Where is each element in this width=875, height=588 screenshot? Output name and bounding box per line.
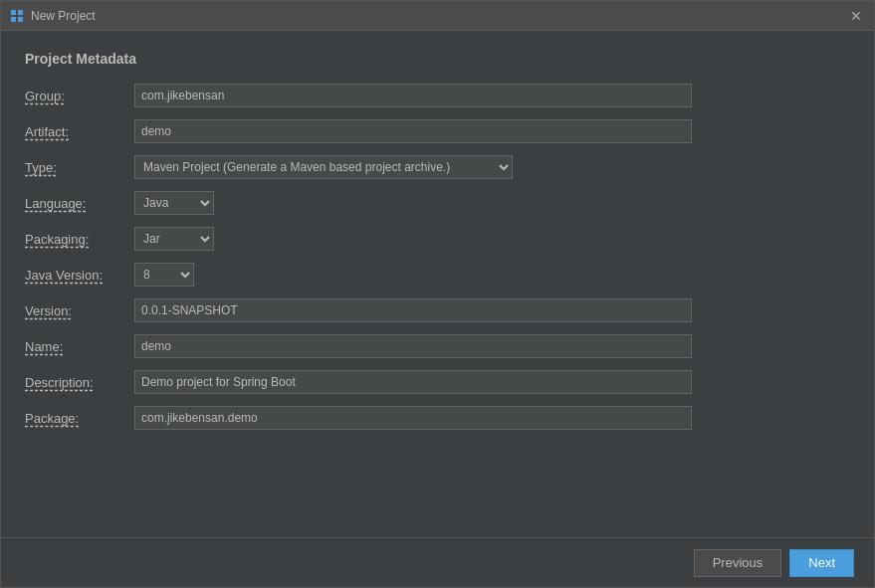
- packaging-select[interactable]: Jar War: [134, 227, 214, 251]
- group-row: Group:: [25, 83, 850, 108]
- packaging-label: Packaging:: [25, 232, 134, 247]
- package-label: Package:: [25, 411, 134, 426]
- name-label: Name:: [25, 339, 134, 354]
- svg-rect-3: [18, 17, 23, 22]
- language-select[interactable]: Java Kotlin Groovy: [134, 191, 214, 215]
- section-title: Project Metadata: [25, 51, 850, 67]
- svg-rect-1: [18, 10, 23, 15]
- name-row: Name:: [25, 333, 850, 359]
- java-version-label: Java Version:: [25, 268, 134, 283]
- name-input[interactable]: [134, 334, 692, 358]
- version-input[interactable]: [134, 298, 692, 322]
- svg-rect-0: [11, 10, 16, 15]
- package-row: Package:: [25, 405, 850, 431]
- description-label: Description:: [25, 375, 134, 390]
- next-button[interactable]: Next: [789, 549, 854, 577]
- description-input[interactable]: [134, 370, 692, 394]
- packaging-row: Packaging: Jar War: [25, 226, 850, 252]
- java-version-row: Java Version: 8 11 17: [25, 262, 850, 288]
- package-input[interactable]: [134, 406, 692, 430]
- window-icon: [9, 8, 25, 24]
- close-button[interactable]: ✕: [846, 6, 866, 26]
- language-row: Language: Java Kotlin Groovy: [25, 190, 850, 216]
- group-label: Group:: [25, 89, 134, 103]
- version-label: Version:: [25, 303, 134, 318]
- artifact-label: Artifact:: [25, 124, 134, 139]
- artifact-input[interactable]: [134, 119, 692, 143]
- title-bar: New Project ✕: [1, 1, 874, 31]
- description-row: Description:: [25, 369, 850, 395]
- form-area: Group: Artifact: Type: Maven Project (Ge…: [25, 83, 850, 517]
- group-input[interactable]: [134, 84, 692, 107]
- language-label: Language:: [25, 196, 134, 211]
- type-row: Type: Maven Project (Generate a Maven ba…: [25, 154, 850, 180]
- new-project-window: New Project ✕ Project Metadata Group: Ar…: [0, 0, 875, 588]
- artifact-row: Artifact:: [25, 118, 850, 144]
- type-select[interactable]: Maven Project (Generate a Maven based pr…: [134, 155, 513, 179]
- window-title: New Project: [31, 9, 846, 23]
- type-dropdown-wrapper: Maven Project (Generate a Maven based pr…: [134, 155, 513, 179]
- svg-rect-2: [11, 17, 16, 22]
- type-label: Type:: [25, 160, 134, 175]
- java-version-select[interactable]: 8 11 17: [134, 263, 194, 287]
- main-content: Project Metadata Group: Artifact: Type: …: [1, 31, 874, 537]
- previous-button[interactable]: Previous: [694, 549, 782, 577]
- footer: Previous Next: [1, 537, 874, 587]
- version-row: Version:: [25, 297, 850, 323]
